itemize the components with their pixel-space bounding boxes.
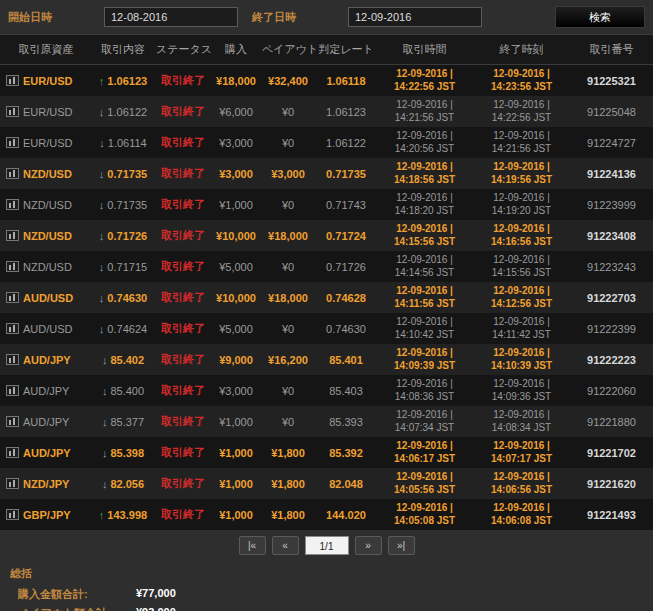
pair-cell: NZD/USD: [0, 251, 92, 282]
search-button[interactable]: 検索: [555, 6, 645, 28]
page-indicator: 1/1: [305, 536, 349, 555]
purchase-total-row: 購入金額合計: ¥77,000: [18, 587, 643, 602]
next-page-button[interactable]: »: [355, 536, 382, 555]
table-header-row: 取引原資産 取引内容 ステータス 購入 ペイアウト 判定レート 取引時間 終了時…: [0, 35, 653, 65]
trade-id: 91221620: [570, 468, 653, 499]
down-arrow-icon: ↓: [99, 323, 105, 335]
trade-end-clock: 14:10:39 JST: [475, 360, 568, 373]
instrument-chart-icon: [6, 75, 19, 86]
trade-start-clock: 14:06:17 JST: [378, 453, 471, 466]
trade-content-cell: ↓85.377: [92, 406, 154, 437]
trade-start-clock: 14:15:56 JST: [378, 236, 471, 249]
trade-end-clock: 14:22:56 JST: [475, 112, 568, 125]
entry-rate: 0.71735: [107, 199, 147, 211]
trade-start-date: 12-09-2016 |: [378, 347, 471, 360]
trade-id: 91223999: [570, 189, 653, 220]
status-badge: 取引終了: [154, 282, 212, 313]
down-arrow-icon: ↓: [102, 447, 108, 459]
purchase-amount: ¥1,000: [212, 189, 260, 220]
trade-content-cell: ↑143.998: [92, 499, 154, 530]
trade-id: 91221702: [570, 437, 653, 468]
pair-label: AUD/USD: [23, 292, 73, 304]
trade-content-cell: ↓0.74624: [92, 313, 154, 344]
trade-start-time: 12-09-2016 |14:18:20 JST: [376, 189, 473, 220]
pair-cell: AUD/JPY: [0, 406, 92, 437]
trade-end-date: 12-09-2016 |: [475, 347, 568, 360]
purchase-amount: ¥3,000: [212, 127, 260, 158]
trade-start-time: 12-09-2016 |14:07:34 JST: [376, 406, 473, 437]
trade-content-cell: ↓0.71726: [92, 220, 154, 251]
purchase-amount: ¥1,000: [212, 499, 260, 530]
trade-end-clock: 14:15:56 JST: [475, 267, 568, 280]
purchase-amount: ¥9,000: [212, 344, 260, 375]
trade-end-date: 12-09-2016 |: [475, 192, 568, 205]
end-datetime-input[interactable]: [348, 7, 482, 27]
filter-bar: 開始日時 終了日時 検索: [0, 0, 653, 34]
purchase-amount: ¥10,000: [212, 282, 260, 313]
pair-cell: AUD/JPY: [0, 437, 92, 468]
trade-id: 91222703: [570, 282, 653, 313]
trade-end-clock: 14:06:08 JST: [475, 515, 568, 528]
payout-amount: ¥0: [260, 127, 316, 158]
down-arrow-icon: ↓: [99, 199, 105, 211]
first-page-button[interactable]: |«: [239, 536, 266, 555]
trade-start-clock: 14:18:56 JST: [378, 174, 471, 187]
trade-start-clock: 14:08:36 JST: [378, 391, 471, 404]
table-row: EUR/USD ↓1.06114 取引終了 ¥3,000 ¥0 1.06122 …: [0, 127, 653, 158]
judgment-rate: 0.74628: [316, 282, 376, 313]
status-badge: 取引終了: [154, 65, 212, 97]
instrument-chart-icon: [6, 199, 19, 210]
trade-start-date: 12-09-2016 |: [378, 192, 471, 205]
status-badge: 取引終了: [154, 220, 212, 251]
start-datetime-label: 開始日時: [8, 10, 104, 25]
payout-total-label: ペイアウト額合計:: [18, 606, 136, 611]
last-page-button[interactable]: »|: [388, 536, 415, 555]
judgment-rate: 85.393: [316, 406, 376, 437]
trade-end-clock: 14:11:42 JST: [475, 329, 568, 342]
status-badge: 取引終了: [154, 158, 212, 189]
trade-start-time: 12-09-2016 |14:22:56 JST: [376, 65, 473, 97]
status-badge: 取引終了: [154, 406, 212, 437]
purchase-total-value: ¥77,000: [136, 587, 176, 602]
purchase-amount: ¥1,000: [212, 406, 260, 437]
down-arrow-icon: ↓: [99, 106, 105, 118]
prev-page-button[interactable]: «: [272, 536, 299, 555]
purchase-amount: ¥3,000: [212, 158, 260, 189]
payout-amount: ¥1,800: [260, 499, 316, 530]
table-row: AUD/JPY ↓85.402 取引終了 ¥9,000 ¥16,200 85.4…: [0, 344, 653, 375]
instrument-chart-icon: [6, 292, 19, 303]
trade-start-time: 12-09-2016 |14:09:39 JST: [376, 344, 473, 375]
trade-end-clock: 14:12:56 JST: [475, 298, 568, 311]
judgment-rate: 85.401: [316, 344, 376, 375]
trade-start-date: 12-09-2016 |: [378, 502, 471, 515]
trade-end-time: 12-09-2016 |14:16:56 JST: [473, 220, 570, 251]
status-badge: 取引終了: [154, 96, 212, 127]
payout-amount: ¥0: [260, 251, 316, 282]
down-arrow-icon: ↓: [99, 292, 105, 304]
purchase-amount: ¥18,000: [212, 65, 260, 97]
trade-content-cell: ↓0.71735: [92, 189, 154, 220]
trade-start-date: 12-09-2016 |: [378, 409, 471, 422]
instrument-chart-icon: [6, 416, 19, 427]
instrument-chart-icon: [6, 323, 19, 334]
trade-end-time: 12-09-2016 |14:12:56 JST: [473, 282, 570, 313]
pagination: |« « 1/1 » »|: [0, 530, 653, 560]
entry-rate: 143.998: [107, 509, 147, 521]
payout-amount: ¥0: [260, 406, 316, 437]
trade-content-cell: ↓85.400: [92, 375, 154, 406]
start-datetime-input[interactable]: [104, 7, 238, 27]
down-arrow-icon: ↓: [102, 478, 108, 490]
instrument-chart-icon: [6, 261, 19, 272]
trade-start-date: 12-09-2016 |: [378, 285, 471, 298]
entry-rate: 1.06123: [107, 75, 147, 87]
trade-end-date: 12-09-2016 |: [475, 378, 568, 391]
pair-cell: EUR/USD: [0, 65, 92, 97]
trade-start-clock: 14:11:56 JST: [378, 298, 471, 311]
trade-start-date: 12-09-2016 |: [378, 130, 471, 143]
summary-section: 総括 購入金額合計: ¥77,000 ペイアウト額合計: ¥93,000: [0, 560, 653, 611]
table-row: NZD/USD ↓0.71715 取引終了 ¥5,000 ¥0 0.71726 …: [0, 251, 653, 282]
table-row: AUD/USD ↓0.74630 取引終了 ¥10,000 ¥18,000 0.…: [0, 282, 653, 313]
col-header-trade-time: 取引時間: [376, 35, 473, 65]
pair-cell: AUD/USD: [0, 282, 92, 313]
trade-content-cell: ↓85.402: [92, 344, 154, 375]
